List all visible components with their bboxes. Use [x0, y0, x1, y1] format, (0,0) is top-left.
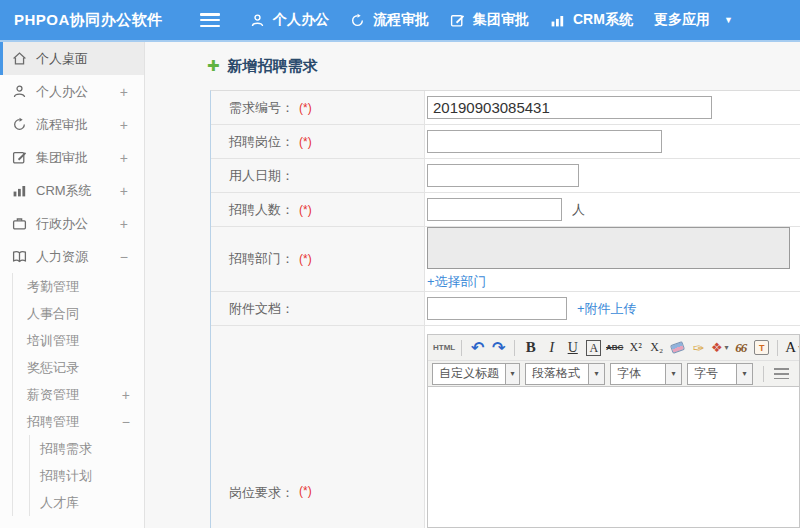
field-value-cell: +选择部门 — [425, 227, 800, 291]
nav-personal-office[interactable]: 个人办公 — [250, 11, 329, 29]
toolbar-separator — [777, 340, 778, 356]
editor-content-area[interactable] — [428, 387, 799, 527]
nav-label: 更多应用 — [654, 11, 710, 29]
paragraph-format-dropdown[interactable]: 段落格式 ▾ — [525, 363, 605, 385]
toolbar-separator — [514, 340, 515, 356]
custom-heading-dropdown[interactable]: 自定义标题 ▾ — [432, 363, 520, 385]
caret-down-icon: ▾ — [505, 364, 519, 384]
sidebar-item-group-approval[interactable]: 集团审批 + — [0, 141, 144, 174]
required-mark: (*) — [299, 135, 312, 149]
expand-plus-icon[interactable]: + — [120, 150, 144, 166]
recruitment-submenu: 招聘需求 招聘计划 人才库 — [29, 435, 144, 516]
sidebar-subitem-recruitment[interactable]: 招聘管理 − — [13, 408, 144, 435]
subscript-button[interactable]: X₂ — [647, 337, 666, 359]
required-mark: (*) — [299, 101, 312, 115]
sidebar-subitem-salary[interactable]: 薪资管理 + — [13, 381, 144, 408]
field-label-cell: 岗位要求： (*) — [211, 326, 425, 528]
clipboard-icon: T — [754, 340, 769, 355]
nav-crm-system[interactable]: CRM系统 — [550, 11, 633, 29]
caret-down-icon: ▾ — [798, 343, 799, 352]
field-value-cell: 人 — [425, 193, 800, 226]
underline-button[interactable]: U — [563, 337, 582, 359]
select-department-link[interactable]: +选择部门 — [427, 273, 487, 291]
form-row-job-requirements: 岗位要求： (*) HTML ↶ ↷ B I U — [211, 326, 800, 528]
field-label-cell: 附件文档： — [211, 292, 425, 325]
main-content: ✚ 新增招聘需求 需求编号： (*) 招聘岗位： (*) — [145, 42, 800, 528]
process-icon — [12, 117, 27, 132]
edit-icon — [12, 150, 27, 165]
edit-icon — [450, 13, 465, 28]
hamburger-menu-icon[interactable] — [200, 13, 220, 27]
expand-plus-icon[interactable]: + — [120, 216, 144, 232]
field-value-cell — [425, 91, 800, 124]
redo-button[interactable]: ↷ — [489, 337, 508, 359]
italic-button[interactable]: I — [542, 337, 561, 359]
sidebar-subsubitem-talent-pool[interactable]: 人才库 — [30, 489, 144, 516]
department-textarea[interactable] — [427, 227, 790, 269]
font-size-dropdown[interactable]: 字号 ▾ — [687, 363, 753, 385]
format-painter-button[interactable]: ✑ — [689, 337, 708, 359]
top-nav: 个人办公 流程审批 集团审批 CRM系统 更多应用 ▼ — [250, 11, 754, 29]
color-palette-button[interactable]: ❖▾ — [710, 337, 729, 359]
sidebar-item-admin-office[interactable]: 行政办公 + — [0, 207, 144, 240]
palette-icon: ❖ — [711, 340, 723, 355]
briefcase-icon — [12, 216, 27, 231]
field-label-cell: 招聘部门： (*) — [211, 227, 425, 291]
nav-workflow-approval[interactable]: 流程审批 — [350, 11, 429, 29]
align-left-icon[interactable] — [774, 368, 789, 379]
expand-plus-icon[interactable]: + — [122, 387, 144, 403]
toolbar-separator — [763, 366, 764, 382]
sidebar-subitem-attendance[interactable]: 考勤管理 — [13, 273, 144, 300]
sidebar-subsubitem-recruit-plan[interactable]: 招聘计划 — [30, 462, 144, 489]
bold-button[interactable]: B — [521, 337, 540, 359]
hire-date-input[interactable] — [427, 164, 579, 187]
field-label: 附件文档： — [229, 300, 294, 318]
superscript-button[interactable]: X² — [626, 337, 645, 359]
font-family-dropdown[interactable]: 字体 ▾ — [610, 363, 682, 385]
nav-more-apps[interactable]: 更多应用 ▼ — [654, 11, 733, 29]
sidebar-item-personal-office[interactable]: 个人办公 + — [0, 75, 144, 108]
expand-plus-icon[interactable]: + — [120, 84, 144, 100]
field-value-cell: +附件上传 — [425, 292, 800, 325]
sidebar-subitem-label: 考勤管理 — [27, 278, 79, 296]
attachment-input[interactable] — [427, 297, 567, 320]
position-input[interactable] — [427, 130, 662, 153]
headcount-input[interactable] — [427, 198, 562, 221]
field-label-cell: 招聘岗位： (*) — [211, 125, 425, 158]
caret-down-icon: ▼ — [724, 15, 733, 25]
caret-down-icon: ▾ — [588, 364, 604, 384]
collapse-minus-icon[interactable]: − — [120, 249, 144, 265]
sidebar-item-personal-desktop[interactable]: 个人桌面 — [0, 42, 144, 75]
sidebar-item-human-resources[interactable]: 人力资源 − — [0, 240, 144, 273]
book-icon — [12, 249, 27, 264]
sidebar-subitem-training[interactable]: 培训管理 — [13, 327, 144, 354]
sidebar-subitem-hr-contract[interactable]: 人事合同 — [13, 300, 144, 327]
collapse-minus-icon[interactable]: − — [122, 414, 144, 430]
sidebar-item-label: 人力资源 — [36, 248, 120, 266]
font-color-icon: A — [785, 339, 796, 356]
sidebar-subitem-label: 人事合同 — [27, 305, 79, 323]
eraser-button[interactable] — [668, 337, 687, 359]
font-color-button[interactable]: A▾ — [784, 337, 799, 359]
border-text-button[interactable]: A — [584, 337, 603, 359]
form-row-attachment: 附件文档： +附件上传 — [211, 292, 800, 326]
paste-table-button[interactable]: T — [752, 337, 771, 359]
html-source-button[interactable]: HTML — [433, 337, 455, 359]
undo-button[interactable]: ↶ — [468, 337, 487, 359]
expand-plus-icon[interactable]: + — [120, 117, 144, 133]
nav-label: CRM系统 — [573, 11, 633, 29]
strikethrough-button[interactable]: ABC — [605, 337, 624, 359]
field-value-cell: HTML ↶ ↷ B I U A ABC X² X₂ — [425, 326, 800, 528]
field-label: 需求编号： — [229, 99, 294, 117]
blockquote-button[interactable]: 66 — [731, 337, 750, 359]
sidebar-subsubitem-recruit-request[interactable]: 招聘需求 — [30, 435, 144, 462]
sidebar-item-workflow-approval[interactable]: 流程审批 + — [0, 108, 144, 141]
sidebar-item-crm-system[interactable]: CRM系统 + — [0, 174, 144, 207]
request-number-input[interactable] — [427, 96, 712, 119]
nav-group-approval[interactable]: 集团审批 — [450, 11, 529, 29]
expand-plus-icon[interactable]: + — [120, 183, 144, 199]
attachment-upload-link[interactable]: +附件上传 — [577, 300, 637, 318]
nav-label: 流程审批 — [373, 11, 429, 29]
sidebar-subitem-rewards[interactable]: 奖惩记录 — [13, 354, 144, 381]
bar-chart-icon — [550, 13, 565, 28]
